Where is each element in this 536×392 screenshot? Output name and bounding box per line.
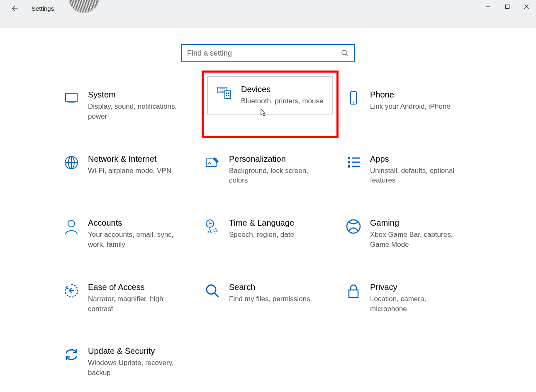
search-box[interactable] bbox=[181, 44, 355, 62]
close-button[interactable] bbox=[517, 0, 536, 13]
svg-rect-9 bbox=[351, 92, 356, 104]
tile-devices[interactable]: Devices Bluetooth, printers, mouse bbox=[207, 76, 333, 114]
tile-search[interactable]: Search Find my files, permissions bbox=[202, 280, 339, 317]
tile-desc: Bluetooth, printers, mouse bbox=[241, 96, 323, 106]
svg-rect-7 bbox=[226, 95, 227, 96]
search-tile-icon bbox=[205, 283, 220, 299]
search-input[interactable] bbox=[187, 49, 341, 58]
tile-desc: Xbox Game Bar, captures, Game Mode bbox=[370, 230, 460, 250]
time-language-icon: A 字 bbox=[204, 219, 221, 234]
tile-title: Network & Internet bbox=[88, 154, 171, 164]
person-icon bbox=[64, 219, 79, 235]
svg-point-21 bbox=[347, 220, 360, 233]
xbox-icon bbox=[346, 219, 361, 234]
tile-personalization[interactable]: Personalization Background, lock screen,… bbox=[202, 151, 339, 188]
tile-desc: Your accounts, email, sync, work, family bbox=[88, 230, 178, 250]
maximize-icon bbox=[505, 4, 510, 9]
tile-title: Apps bbox=[370, 154, 460, 164]
tile-desc: Display, sound, notifications, power bbox=[88, 102, 178, 122]
tile-title: Personalization bbox=[229, 154, 319, 164]
tile-accounts[interactable]: Accounts Your accounts, email, sync, wor… bbox=[61, 215, 197, 252]
highlight-devices: Devices Bluetooth, printers, mouse bbox=[202, 71, 339, 138]
tile-desc: Find my files, permissions bbox=[229, 294, 310, 304]
tile-title: Accounts bbox=[88, 218, 178, 228]
tile-desc: Background, lock screen, colors bbox=[229, 166, 319, 186]
arrow-left-icon bbox=[10, 5, 18, 12]
minimize-button[interactable] bbox=[479, 0, 498, 13]
svg-rect-5 bbox=[226, 93, 227, 94]
svg-rect-15 bbox=[348, 161, 350, 163]
svg-text:字: 字 bbox=[213, 228, 219, 234]
window-title: Settings bbox=[32, 5, 54, 12]
tile-title: Search bbox=[229, 282, 310, 292]
tile-desc: Wi-Fi, airplane mode, VPN bbox=[88, 166, 171, 176]
tile-phone[interactable]: Phone Link your Android, iPhone bbox=[343, 87, 480, 124]
tile-title: Devices bbox=[241, 84, 323, 95]
tile-update-security[interactable]: Update & Security Windows Update, recove… bbox=[61, 343, 197, 380]
tile-desc: Link your Android, iPhone bbox=[370, 102, 451, 112]
tile-title: Phone bbox=[370, 90, 451, 100]
ease-of-access-icon bbox=[63, 283, 79, 299]
tile-privacy[interactable]: Privacy Location, camera, microphone bbox=[343, 280, 480, 317]
maximize-button[interactable] bbox=[498, 0, 517, 13]
svg-rect-2 bbox=[66, 94, 77, 101]
tile-apps[interactable]: Apps Uninstall, defaults, optional featu… bbox=[343, 151, 480, 188]
avatar bbox=[68, 0, 100, 15]
tile-title: Time & Language bbox=[229, 218, 294, 228]
tile-desc: Windows Update, recovery, backup bbox=[88, 358, 178, 378]
globe-icon bbox=[63, 155, 79, 170]
svg-rect-0 bbox=[506, 5, 509, 9]
tile-title: System bbox=[88, 90, 178, 100]
tile-desc: Location, camera, microphone bbox=[370, 294, 460, 314]
tile-desc: Uninstall, defaults, optional features bbox=[370, 166, 460, 186]
minimize-icon bbox=[486, 4, 491, 9]
close-icon bbox=[524, 4, 529, 9]
tile-desc: Speech, region, date bbox=[229, 230, 294, 240]
tile-system[interactable]: System Display, sound, notifications, po… bbox=[61, 87, 197, 124]
tile-gaming[interactable]: Gaming Xbox Game Bar, captures, Game Mod… bbox=[343, 215, 480, 252]
titlebar: Settings bbox=[0, 0, 536, 28]
lock-icon bbox=[346, 283, 361, 299]
svg-rect-14 bbox=[348, 157, 350, 159]
svg-rect-16 bbox=[348, 165, 350, 168]
system-icon bbox=[64, 90, 79, 105]
back-button[interactable] bbox=[8, 2, 20, 14]
tile-desc: Narrator, magnifier, high contrast bbox=[88, 294, 178, 314]
svg-rect-23 bbox=[349, 290, 358, 297]
svg-point-17 bbox=[68, 220, 75, 227]
svg-rect-8 bbox=[228, 95, 229, 96]
tile-title: Privacy bbox=[370, 282, 460, 292]
svg-text:A: A bbox=[207, 227, 212, 234]
svg-rect-6 bbox=[228, 93, 229, 94]
tile-title: Ease of Access bbox=[88, 282, 178, 292]
personalization-icon bbox=[205, 155, 220, 170]
svg-point-1 bbox=[342, 50, 346, 55]
search-icon bbox=[341, 49, 349, 57]
devices-icon bbox=[217, 85, 232, 100]
update-icon bbox=[63, 347, 80, 363]
svg-point-10 bbox=[353, 102, 354, 104]
tile-title: Update & Security bbox=[88, 346, 178, 356]
content-area: System Display, sound, notifications, po… bbox=[0, 28, 536, 380]
window-controls bbox=[479, 0, 536, 13]
tile-network[interactable]: Network & Internet Wi-Fi, airplane mode,… bbox=[61, 151, 197, 188]
svg-rect-4 bbox=[225, 91, 231, 98]
tile-title: Gaming bbox=[370, 218, 460, 228]
tile-time-language[interactable]: A 字 Time & Language Speech, region, date bbox=[202, 215, 339, 252]
tile-ease-of-access[interactable]: Ease of Access Narrator, magnifier, high… bbox=[61, 280, 197, 317]
apps-icon bbox=[346, 155, 361, 169]
phone-icon bbox=[347, 90, 360, 106]
